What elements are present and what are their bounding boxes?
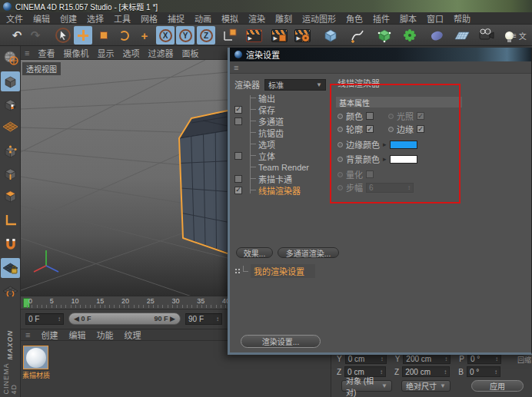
keyframe-dot-icon[interactable] — [388, 127, 394, 132]
coord-mode-dropdown[interactable]: 对象 (相对)▼ — [341, 380, 392, 392]
live-selection-tool[interactable] — [54, 26, 72, 45]
spinner-icon[interactable]: ↕ — [494, 369, 497, 375]
render-settings-button[interactable] — [293, 26, 311, 45]
menu-character[interactable]: 角色 — [346, 12, 363, 25]
menu-render[interactable]: 渲染 — [248, 12, 265, 25]
menu-create[interactable]: 创建 — [60, 12, 77, 25]
tree-item-output[interactable]: 输出 — [231, 92, 333, 104]
menu-script[interactable]: 脚本 — [400, 12, 417, 25]
steps-field[interactable]: 6 ↕ — [366, 183, 414, 193]
undo-button[interactable]: ↶ — [8, 26, 26, 45]
redo-button[interactable]: ↷ — [26, 26, 45, 45]
spinner-icon[interactable]: ↕ — [58, 316, 61, 323]
viewport-menu-options[interactable]: 选项 — [122, 47, 139, 59]
tree-item-save[interactable]: 保存 — [231, 104, 333, 115]
renderer-dropdown[interactable]: 标准 ▼ — [264, 79, 326, 91]
end-frame-field[interactable]: 90 F ↕ — [185, 313, 222, 325]
apply-button[interactable]: 应用 — [471, 380, 524, 392]
tree-item-antialiasing[interactable]: 抗锯齿 — [231, 127, 333, 138]
expand-arrow-icon[interactable]: ▸ — [383, 141, 387, 148]
lock-y-axis-button[interactable]: Y — [176, 26, 195, 45]
dialog-titlebar[interactable]: 渲染设置 — [230, 48, 531, 61]
render-view-button[interactable] — [244, 26, 263, 45]
modeling-objects-button[interactable] — [401, 26, 419, 45]
material-menu-edit[interactable]: 编辑 — [68, 329, 85, 341]
coord-size-dropdown[interactable]: 绝对尺寸▼ — [401, 380, 451, 392]
material-menu-create[interactable]: 创建 — [41, 329, 58, 341]
spinner-icon[interactable]: ↕ — [444, 369, 447, 375]
keyframe-dot-icon[interactable] — [337, 114, 343, 119]
menu-help[interactable]: 帮助 — [454, 12, 470, 25]
deformers-button[interactable] — [427, 26, 446, 45]
spline-pen-button[interactable] — [348, 26, 367, 45]
viewport-menu-display[interactable]: 显示 — [97, 47, 114, 59]
keyframe-dot-icon[interactable] — [337, 127, 343, 132]
menu-sculpt[interactable]: 雕刻 — [275, 12, 292, 25]
scale-tool[interactable] — [95, 26, 113, 45]
enable-axis-button[interactable] — [1, 210, 20, 230]
viewport-menu-panel[interactable]: 面板 — [181, 47, 198, 59]
model-mode-button[interactable] — [1, 71, 20, 91]
spinner-icon[interactable]: ↕ — [495, 356, 498, 362]
lock-z-axis-button[interactable]: Z — [197, 26, 215, 45]
size-y-field[interactable]: 200 cm↕ — [403, 353, 451, 364]
edges-mode-button[interactable] — [1, 164, 20, 184]
render-settings-dialog-button[interactable]: 渲染设置... — [241, 335, 321, 348]
preset-name[interactable]: 我的渲染设置 — [251, 264, 315, 278]
material-menu-function[interactable]: 功能 — [96, 329, 113, 341]
viewport-menu-view[interactable]: 查看 — [38, 47, 55, 59]
edge-color-swatch[interactable] — [390, 141, 417, 149]
coordinate-system-button[interactable] — [220, 26, 238, 45]
material-menu-icon[interactable]: ≡ — [25, 330, 30, 339]
size-z-field[interactable]: 200 cm↕ — [402, 366, 450, 377]
tree-checkbox[interactable] — [234, 175, 242, 183]
menu-window[interactable]: 窗口 — [427, 12, 444, 25]
menu-edit[interactable]: 编辑 — [33, 12, 50, 25]
tree-item-multipass[interactable]: 多通道 — [231, 115, 333, 127]
polygons-mode-button[interactable] — [1, 186, 20, 206]
last-tool[interactable]: + — [135, 26, 154, 45]
spinner-icon[interactable]: ↕ — [381, 356, 384, 362]
material-name[interactable]: 素描材质 — [22, 370, 62, 380]
dialog-menu-icon[interactable]: ≡ — [234, 63, 238, 72]
menu-animate[interactable]: 动画 — [195, 12, 211, 25]
viewport-menu-camera[interactable]: 摄像机 — [63, 47, 88, 59]
viewport-view-label[interactable]: 透视视图 — [22, 62, 61, 75]
make-editable-button[interactable] — [1, 48, 20, 68]
material-menu-texture[interactable]: 纹理 — [124, 329, 141, 341]
workplane-snap-button[interactable] — [1, 281, 20, 301]
tree-item-team-render[interactable]: Team Render — [231, 161, 333, 173]
rotation-b-field[interactable]: 0 °↕ — [467, 366, 500, 377]
outline-checkbox[interactable] — [366, 125, 374, 133]
tree-item-stereoscopic[interactable]: 立体 — [231, 150, 333, 161]
cube-object[interactable] — [179, 111, 228, 253]
texture-mode-button[interactable] — [1, 94, 20, 114]
workplane-button[interactable] — [1, 117, 20, 137]
menu-plugins[interactable]: 插件 — [373, 12, 390, 25]
viewport-canvas[interactable] — [21, 60, 228, 296]
render-to-picture-viewer-button[interactable] — [270, 26, 288, 45]
keyframe-dot-icon[interactable] — [337, 142, 343, 147]
expand-arrow-icon[interactable]: ▸ — [383, 155, 387, 163]
edge-checkbox[interactable] — [417, 125, 424, 133]
effects-button[interactable]: 效果... — [236, 247, 273, 258]
spinner-icon[interactable]: ↕ — [444, 356, 447, 362]
menu-mesh[interactable]: 网格 — [141, 12, 158, 25]
tree-checkbox[interactable] — [234, 187, 242, 194]
scrub-left-icon[interactable]: ◀ — [74, 315, 79, 323]
tree-item-sketch-toon[interactable]: 素描卡通 — [231, 173, 333, 184]
background-color-swatch[interactable] — [390, 155, 417, 164]
tree-checkbox[interactable] — [234, 117, 242, 125]
viewport-menu-filter[interactable]: 过滤器 — [148, 47, 173, 59]
layout-palette-partial[interactable]: ≡ 文 — [512, 25, 532, 45]
points-mode-button[interactable] — [1, 141, 20, 161]
basic-properties-header[interactable]: 基本属性 — [336, 97, 462, 108]
spinner-icon[interactable]: ↕ — [216, 316, 219, 323]
menu-mograph[interactable]: 运动图形 — [302, 12, 336, 25]
menu-simulate[interactable]: 模拟 — [221, 12, 238, 25]
tree-checkbox[interactable] — [234, 106, 242, 114]
menu-tools[interactable]: 工具 — [114, 12, 131, 25]
color-checkbox[interactable] — [366, 112, 374, 120]
render-preset-item[interactable]: 我的渲染设置 — [234, 264, 315, 278]
timeline-range-slider[interactable]: ◀ 0 F 90 F ▶ — [68, 313, 181, 325]
